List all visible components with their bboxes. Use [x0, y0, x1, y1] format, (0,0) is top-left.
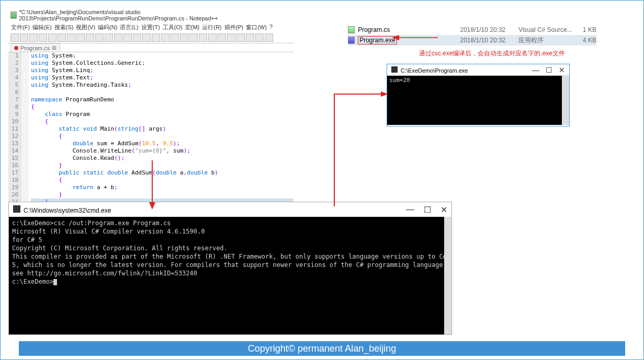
cmd-titlebar: C:\Windows\system32\cmd.exe — ☐ ✕ — [9, 202, 451, 217]
file-row[interactable]: Program.cs2018/1/10 20:32Visual C# Sourc… — [348, 25, 596, 35]
close-button[interactable]: ✕ — [440, 205, 447, 215]
code-area[interactable]: using System;using System.Collections.Ge… — [29, 52, 293, 206]
close-button[interactable]: ✕ — [559, 66, 565, 74]
toolbar-button[interactable] — [189, 33, 198, 42]
menu-item[interactable]: 搜索(S) — [54, 24, 74, 31]
npp-title: *C:\Users\Alan_beijing\Documents\visual … — [8, 8, 293, 22]
toolbar-button[interactable] — [67, 33, 75, 42]
minimize-button[interactable]: — — [532, 66, 539, 74]
menu-item[interactable]: 编辑(E) — [32, 24, 52, 31]
npp-title-text: *C:\Users\Alan_beijing\Documents\visual … — [19, 9, 291, 21]
scrollbar[interactable] — [562, 76, 569, 125]
fold-column — [21, 52, 29, 206]
npp-tab[interactable]: Program.cs⊠ — [10, 43, 60, 52]
menu-item[interactable]: 插件(P) — [224, 24, 244, 31]
line-gutter: 123456789101112131415161718192021 — [8, 52, 21, 206]
toolbar-button[interactable] — [265, 33, 273, 42]
file-name: Program.exe — [358, 37, 460, 44]
file-size: 1 KB — [577, 26, 596, 33]
output-text: sum=20 — [389, 77, 410, 84]
scrollbar[interactable] — [444, 217, 451, 334]
menu-item[interactable]: 文件(F) — [10, 24, 30, 31]
cmd-output[interactable]: c:\ExeDemo>csc /out:Program.exe Program.… — [9, 217, 451, 334]
file-size: 4 KB — [577, 37, 596, 44]
file-icon — [348, 37, 355, 44]
tab-close-icon[interactable]: ⊠ — [52, 44, 57, 51]
toolbar-button[interactable] — [142, 33, 151, 42]
menu-item[interactable]: ? — [269, 24, 273, 31]
code-editor[interactable]: 123456789101112131415161718192021 using … — [8, 52, 293, 206]
menu-item[interactable]: 运行(R) — [201, 24, 222, 31]
toolbar-button[interactable] — [123, 33, 132, 42]
document-icon — [10, 11, 17, 19]
toolbar-button[interactable] — [161, 33, 170, 42]
toolbar-button[interactable] — [86, 33, 94, 42]
cmd-text: c:\ExeDemo>csc /out:Program.exe Program.… — [12, 219, 448, 286]
file-row[interactable]: Program.exe2018/1/10 20:32应用程序4 KB — [348, 35, 596, 45]
file-type: 应用程序 — [518, 36, 577, 45]
console-output: sum=20 — [387, 76, 569, 125]
cmd-title: C:\Windows\system32\cmd.exe — [24, 207, 111, 214]
toolbar-button[interactable] — [199, 33, 207, 42]
npp-menubar: 文件(F)编辑(E)搜索(S)视图(V)编码(N)语言(L)设置(T)工具(O)… — [8, 22, 293, 32]
toolbar-button[interactable] — [114, 33, 122, 42]
toolbar-button[interactable] — [246, 33, 254, 42]
toolbar-button[interactable] — [180, 33, 188, 42]
file-date: 2018/1/10 20:32 — [460, 37, 519, 44]
cmd-icon — [13, 205, 20, 213]
menu-item[interactable]: 窗口(W) — [245, 24, 267, 31]
toolbar-button[interactable] — [58, 33, 66, 42]
menu-item[interactable]: 视图(V) — [75, 24, 96, 31]
file-date: 2018/1/10 20:32 — [460, 26, 519, 33]
maximize-button[interactable]: ☐ — [546, 66, 552, 74]
file-icon — [348, 26, 355, 33]
toolbar-button[interactable] — [255, 33, 264, 42]
toolbar-button[interactable] — [76, 33, 85, 42]
console-titlebar: C:\ExeDemo\Program.exe — ☐ ✕ — [387, 64, 569, 76]
toolbar-button[interactable] — [208, 33, 217, 42]
menu-item[interactable]: 宏(M) — [185, 24, 200, 31]
toolbar-button[interactable] — [10, 33, 19, 42]
toolbar-button[interactable] — [133, 33, 141, 42]
toolbar-button[interactable] — [236, 33, 245, 42]
toolbar-button[interactable] — [171, 33, 179, 42]
maximize-button[interactable]: ☐ — [424, 205, 431, 215]
exe-icon — [391, 66, 398, 73]
toolbar-button[interactable] — [48, 33, 57, 42]
minimize-button[interactable]: — — [406, 205, 414, 215]
menu-item[interactable]: 语言(L) — [119, 24, 139, 31]
file-type: Visual C# Source... — [518, 26, 577, 33]
file-name: Program.cs — [358, 26, 460, 33]
console-title: C:\ExeDemo\Program.exe — [401, 67, 468, 74]
cmd-window: C:\Windows\system32\cmd.exe — ☐ ✕ c:\Exe… — [8, 202, 452, 335]
tab-label: Program.cs — [20, 45, 50, 51]
file-explorer-list: Program.cs2018/1/10 20:32Visual C# Sourc… — [348, 25, 596, 45]
menu-item[interactable]: 工具(O) — [162, 24, 183, 31]
menu-item[interactable]: 编码(N) — [97, 24, 118, 31]
toolbar-button[interactable] — [95, 33, 104, 42]
program-output-console: C:\ExeDemo\Program.exe — ☐ ✕ sum=20 — [387, 64, 570, 126]
npp-toolbar — [8, 32, 293, 43]
toolbar-button[interactable] — [227, 33, 235, 42]
toolbar-button[interactable] — [218, 33, 226, 42]
copyright-footer: Copyright© permanent Alan_beijing — [19, 341, 625, 356]
cursor-icon — [53, 279, 57, 285]
toolbar-button[interactable] — [152, 33, 160, 42]
notepadpp-window: *C:\Users\Alan_beijing\Documents\visual … — [8, 8, 293, 160]
modified-dot-icon — [14, 46, 18, 50]
annotation-text: 通过csc.exe编译后，会自动生成对应名字的.exe文件 — [419, 49, 565, 58]
toolbar-button[interactable] — [20, 33, 28, 42]
toolbar-button[interactable] — [29, 33, 38, 42]
arrow-right-up-icon — [332, 91, 389, 209]
menu-item[interactable]: 设置(T) — [141, 24, 161, 31]
toolbar-button[interactable] — [105, 33, 113, 42]
toolbar-button[interactable] — [39, 33, 47, 42]
